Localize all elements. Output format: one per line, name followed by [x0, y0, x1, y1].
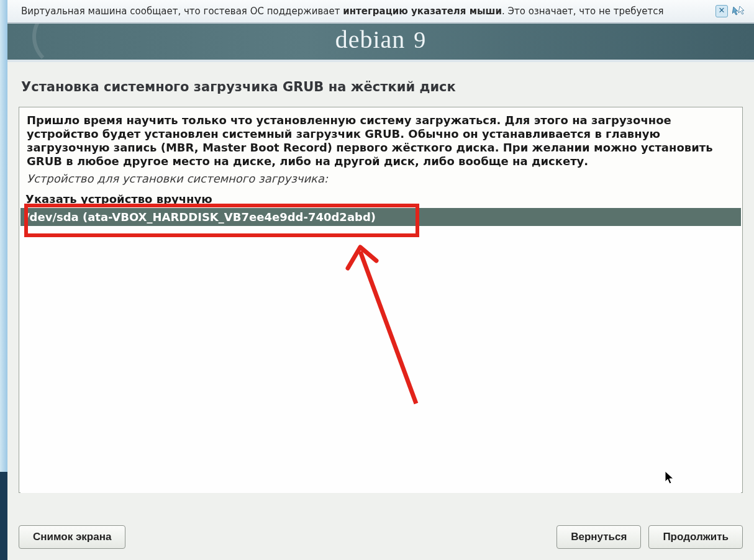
mouse-capture-icon[interactable] [732, 5, 745, 17]
prompt-label: Устройство для установки системного загр… [19, 169, 742, 189]
vm-notification-bar: Виртуальная машина сообщает, что гостева… [7, 0, 754, 23]
close-icon[interactable]: ✕ [715, 5, 728, 17]
device-list: Указать устройство вручную /dev/sda (ata… [20, 190, 741, 493]
notice-suffix: . Это означает, что не требуется [502, 6, 664, 17]
page-title: Установка системного загрузчика GRUB на … [21, 79, 740, 94]
installer-banner: debian9 [7, 23, 754, 60]
vm-notification-text: Виртуальная машина сообщает, что гостева… [21, 6, 712, 17]
option-manual-device[interactable]: Указать устройство вручную [20, 190, 741, 208]
content-frame: Пришло время научить только что установл… [19, 107, 743, 493]
back-button[interactable]: Вернуться [556, 525, 641, 549]
notice-bold: интеграцию указателя мыши [343, 6, 502, 17]
description-text: Пришло время научить только что установл… [19, 107, 742, 169]
option-dev-sda[interactable]: /dev/sda (ata-VBOX_HARDDISK_VB7ee4e9dd-7… [20, 208, 741, 226]
brand-name: debian [335, 25, 406, 53]
continue-button[interactable]: Продолжить [648, 525, 743, 549]
list-empty-area [20, 226, 741, 493]
screenshot-button[interactable]: Снимок экрана [19, 525, 125, 549]
notice-prefix: Виртуальная машина сообщает, что гостева… [21, 6, 343, 17]
brand-version: 9 [414, 27, 426, 53]
